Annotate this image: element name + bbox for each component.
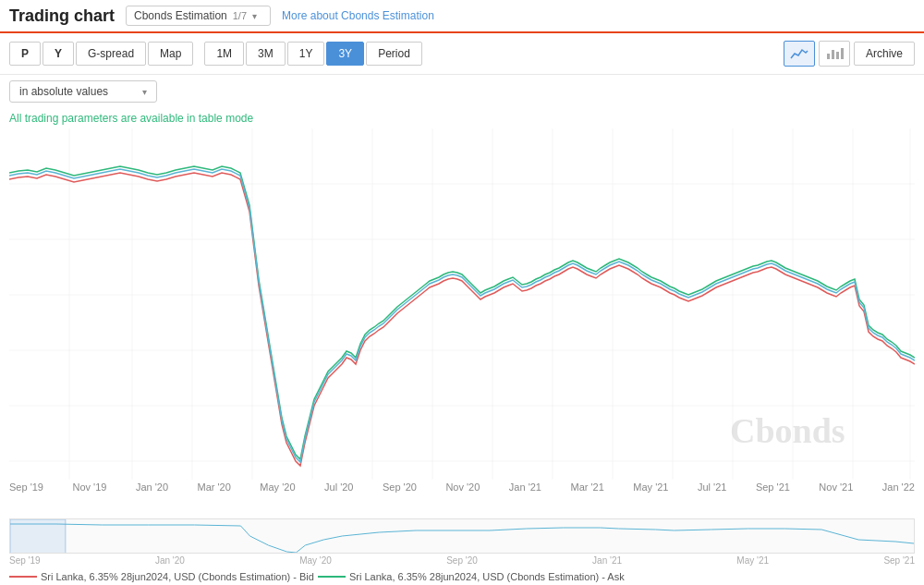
svg-rect-25	[10, 519, 66, 554]
tab-Map[interactable]: Map	[148, 42, 193, 66]
archive-button[interactable]: Archive	[854, 42, 915, 66]
tab-1Y[interactable]: 1Y	[287, 42, 325, 66]
chevron-down-icon: ▾	[142, 87, 147, 97]
line-chart-icon-btn[interactable]	[784, 41, 815, 67]
page-title: Trading chart	[9, 6, 115, 26]
tab-G-spread[interactable]: G-spread	[76, 42, 146, 66]
values-dropdown[interactable]: in absolute values ▾	[9, 80, 157, 103]
tab-1M[interactable]: 1M	[204, 42, 244, 66]
toolbar-buttons: P Y G-spread Map 1M 3M 1Y 3Y Period	[9, 42, 422, 66]
dropdown-label: in absolute values	[19, 85, 108, 98]
svg-rect-2	[836, 52, 839, 59]
sub-toolbar: in absolute values ▾	[0, 75, 924, 108]
tab-3Y[interactable]: 3Y	[326, 42, 364, 66]
ask-color-swatch	[318, 576, 346, 578]
x-axis: Sep '19 Nov '19 Jan '20 Mar '20 May '20 …	[9, 480, 915, 493]
svg-rect-3	[841, 48, 844, 59]
legend-bid: Sri Lanka, 6.35% 28jun2024, USD (Cbonds …	[9, 571, 314, 582]
page-header: Trading chart Cbonds Estimation 1/7 ▾ Mo…	[0, 0, 924, 33]
mini-chart[interactable]	[9, 518, 915, 554]
trading-chart-svg: Cbonds	[9, 128, 915, 480]
chevron-down-icon: ▾	[252, 11, 257, 21]
main-chart: Cbonds	[9, 128, 915, 480]
svg-rect-1	[832, 50, 834, 59]
chart-legend: Sri Lanka, 6.35% 28jun2024, USD (Cbonds …	[0, 566, 924, 585]
chart-area: Cbonds Sep '19 Nov '19 Jan '20 Mar '20 M…	[0, 128, 924, 517]
estimation-selector[interactable]: Cbonds Estimation 1/7 ▾	[126, 6, 271, 26]
bid-label: Sri Lanka, 6.35% 28jun2024, USD (Cbonds …	[41, 571, 314, 582]
main-toolbar: P Y G-spread Map 1M 3M 1Y 3Y Period Arch…	[0, 33, 924, 75]
tab-3M[interactable]: 3M	[246, 42, 286, 66]
ask-label: Sri Lanka, 6.35% 28jun2024, USD (Cbonds …	[349, 571, 625, 582]
estimation-page: 1/7	[233, 10, 247, 21]
bid-color-swatch	[9, 576, 37, 578]
tab-Y[interactable]: Y	[43, 42, 74, 66]
bar-chart-icon-btn[interactable]	[819, 41, 850, 67]
watermark-text: Cbonds	[730, 411, 845, 450]
more-about-link[interactable]: More about Cbonds Estimation	[282, 9, 434, 22]
estimation-label: Cbonds Estimation	[134, 9, 227, 22]
table-mode-link[interactable]: All trading parameters are available in …	[0, 108, 924, 128]
toolbar-right: Archive	[784, 41, 915, 67]
svg-rect-0	[827, 54, 830, 59]
tab-P[interactable]: P	[9, 42, 41, 66]
mini-chart-svg	[10, 519, 914, 554]
legend-ask: Sri Lanka, 6.35% 28jun2024, USD (Cbonds …	[318, 571, 625, 582]
mini-x-axis: Sep '19 Jan '20 May '20 Sep '20 Jan '21 …	[0, 554, 924, 566]
tab-Period[interactable]: Period	[366, 42, 422, 66]
